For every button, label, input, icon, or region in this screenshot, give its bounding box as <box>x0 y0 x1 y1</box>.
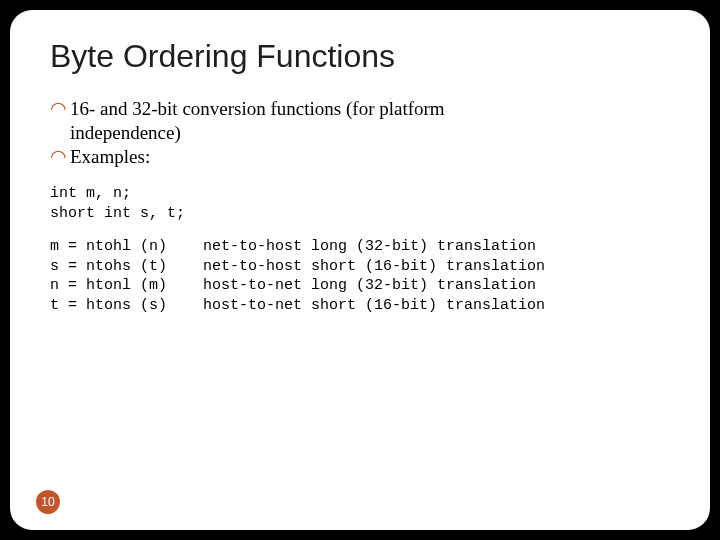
code-declarations: int m, n; short int s, t; <box>50 184 670 223</box>
bullet-item: ◠Examples: <box>50 145 670 169</box>
bullet-list: ◠16- and 32-bit conversion functions (fo… <box>50 97 670 168</box>
page-number-badge: 10 <box>36 490 60 514</box>
code-translations: m = ntohl (n) net-to-host long (32-bit) … <box>50 237 670 315</box>
bullet-continuation: independence) <box>50 121 670 145</box>
bullet-text: 16- and 32-bit conversion functions (for… <box>70 98 445 119</box>
bullet-icon: ◠ <box>50 97 70 121</box>
bullet-item: ◠16- and 32-bit conversion functions (fo… <box>50 97 670 121</box>
bullet-icon: ◠ <box>50 145 70 169</box>
slide-title: Byte Ordering Functions <box>50 38 670 75</box>
bullet-text: Examples: <box>70 146 150 167</box>
slide: Byte Ordering Functions ◠16- and 32-bit … <box>10 10 710 530</box>
